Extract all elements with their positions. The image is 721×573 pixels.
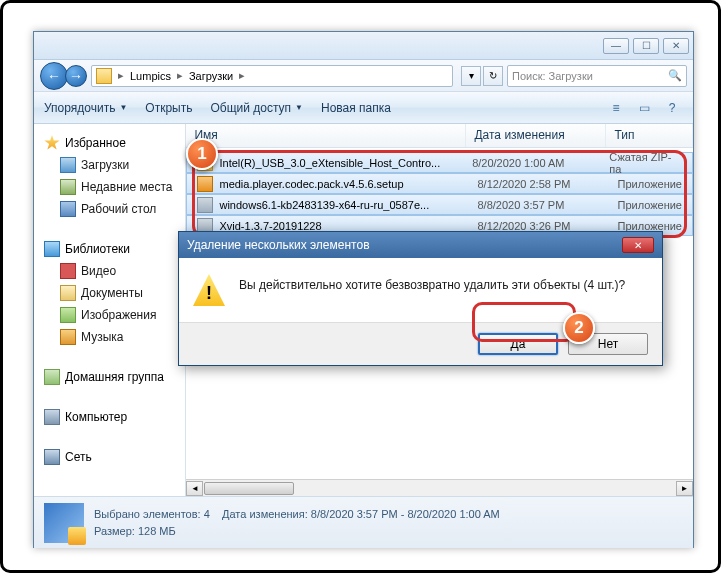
sidebar-item-images[interactable]: Изображения — [38, 304, 181, 326]
sidebar-label: Изображения — [81, 308, 156, 322]
close-button[interactable]: ✕ — [663, 38, 689, 54]
toolbar-right: ≡ ▭ ? — [605, 97, 683, 119]
sidebar-item-recent[interactable]: Недавние места — [38, 176, 181, 198]
share-label: Общий доступ — [210, 101, 291, 115]
network-icon — [44, 449, 60, 465]
address-dropdown[interactable]: ▾ — [461, 66, 481, 86]
sidebar: Избранное Загрузки Недавние места Рабочи… — [34, 124, 186, 496]
homegroup-icon — [44, 369, 60, 385]
sidebar-libraries[interactable]: Библиотеки — [38, 238, 181, 260]
open-button[interactable]: Открыть — [145, 101, 192, 115]
help-button[interactable]: ? — [661, 97, 683, 119]
document-icon — [60, 285, 76, 301]
column-type[interactable]: Тип — [606, 124, 693, 147]
recent-icon — [60, 179, 76, 195]
warning-icon: ! — [193, 274, 225, 306]
scroll-right-button[interactable]: ► — [676, 481, 693, 496]
dialog-body: ! Вы действительно хотите безвозвратно у… — [179, 258, 662, 322]
status-bar: Выбрано элементов: 4 Дата изменения: 8/8… — [34, 496, 693, 548]
sidebar-item-music[interactable]: Музыка — [38, 326, 181, 348]
dialog-titlebar: Удаление нескольких элементов ✕ — [179, 232, 662, 258]
minimize-button[interactable]: — — [603, 38, 629, 54]
library-icon — [44, 241, 60, 257]
folder-icon — [96, 68, 112, 84]
status-selected: Выбрано элементов: 4 — [94, 508, 210, 520]
breadcrumb-arrow: ▸ — [237, 69, 247, 82]
sidebar-item-desktop[interactable]: Рабочий стол — [38, 198, 181, 220]
sidebar-item-downloads[interactable]: Загрузки — [38, 154, 181, 176]
breadcrumb[interactable]: ▸ Lumpics ▸ Загрузки ▸ — [91, 65, 453, 87]
search-icon: 🔍 — [668, 69, 682, 82]
breadcrumb-seg-1[interactable]: Lumpics — [126, 70, 175, 82]
dialog-title: Удаление нескольких элементов — [187, 238, 370, 252]
address-bar: ← → ▸ Lumpics ▸ Загрузки ▸ ▾ ↻ Поиск: За… — [34, 60, 693, 92]
chevron-down-icon: ▼ — [295, 103, 303, 112]
sidebar-homegroup[interactable]: Домашняя группа — [38, 366, 181, 388]
column-headers: Имя Дата изменения Тип — [186, 124, 693, 148]
titlebar: — ☐ ✕ — [34, 32, 693, 60]
toolbar: Упорядочить ▼ Открыть Общий доступ ▼ Нов… — [34, 92, 693, 124]
chevron-down-icon: ▼ — [119, 103, 127, 112]
sidebar-computer[interactable]: Компьютер — [38, 406, 181, 428]
sidebar-label: Библиотеки — [65, 242, 130, 256]
organize-menu[interactable]: Упорядочить ▼ — [44, 101, 127, 115]
sidebar-label: Документы — [81, 286, 143, 300]
new-folder-button[interactable]: Новая папка — [321, 101, 391, 115]
desktop-icon — [60, 201, 76, 217]
sidebar-label: Сеть — [65, 450, 92, 464]
image-icon — [60, 307, 76, 323]
scroll-left-button[interactable]: ◄ — [186, 481, 203, 496]
delete-confirmation-dialog: Удаление нескольких элементов ✕ ! Вы дей… — [178, 231, 663, 366]
sidebar-label: Недавние места — [81, 180, 172, 194]
maximize-button[interactable]: ☐ — [633, 38, 659, 54]
music-icon — [60, 329, 76, 345]
sidebar-label: Загрузки — [81, 158, 129, 172]
scroll-thumb[interactable] — [204, 482, 294, 495]
sidebar-label: Рабочий стол — [81, 202, 156, 216]
sidebar-item-video[interactable]: Видео — [38, 260, 181, 282]
column-name[interactable]: Имя — [186, 124, 466, 147]
open-label: Открыть — [145, 101, 192, 115]
sidebar-network[interactable]: Сеть — [38, 446, 181, 468]
share-menu[interactable]: Общий доступ ▼ — [210, 101, 303, 115]
search-placeholder: Поиск: Загрузки — [512, 70, 593, 82]
back-button[interactable]: ← — [40, 62, 68, 90]
sidebar-item-documents[interactable]: Документы — [38, 282, 181, 304]
search-input[interactable]: Поиск: Загрузки 🔍 — [507, 65, 687, 87]
horizontal-scrollbar[interactable]: ◄ ► — [186, 479, 693, 496]
sidebar-favorites[interactable]: Избранное — [38, 132, 181, 154]
sidebar-label: Видео — [81, 264, 116, 278]
column-date[interactable]: Дата изменения — [466, 124, 606, 147]
breadcrumb-arrow: ▸ — [175, 69, 185, 82]
sidebar-label: Музыка — [81, 330, 123, 344]
status-size: Размер: 128 МБ — [94, 525, 176, 537]
star-icon — [44, 135, 60, 151]
organize-label: Упорядочить — [44, 101, 115, 115]
sidebar-label: Компьютер — [65, 410, 127, 424]
dialog-close-button[interactable]: ✕ — [622, 237, 654, 253]
sidebar-label: Избранное — [65, 136, 126, 150]
forward-button[interactable]: → — [65, 65, 87, 87]
sidebar-label: Домашняя группа — [65, 370, 164, 384]
nav-buttons: ← → — [40, 62, 87, 90]
selection-icon — [44, 503, 84, 543]
refresh-button[interactable]: ↻ — [483, 66, 503, 86]
annotation-highlight-1 — [192, 150, 687, 238]
status-text: Выбрано элементов: 4 Дата изменения: 8/8… — [94, 506, 500, 539]
annotation-callout-2: 2 — [563, 312, 595, 344]
computer-icon — [44, 409, 60, 425]
dialog-message: Вы действительно хотите безвозвратно уда… — [239, 274, 625, 292]
breadcrumb-arrow: ▸ — [116, 69, 126, 82]
breadcrumb-seg-2[interactable]: Загрузки — [185, 70, 237, 82]
view-options-button[interactable]: ≡ — [605, 97, 627, 119]
video-icon — [60, 263, 76, 279]
status-date: Дата изменения: 8/8/2020 3:57 PM - 8/20/… — [222, 508, 500, 520]
annotation-callout-1: 1 — [186, 138, 218, 170]
download-icon — [60, 157, 76, 173]
address-actions: ▾ ↻ — [461, 66, 503, 86]
preview-pane-button[interactable]: ▭ — [633, 97, 655, 119]
annotation-highlight-2 — [472, 302, 576, 342]
